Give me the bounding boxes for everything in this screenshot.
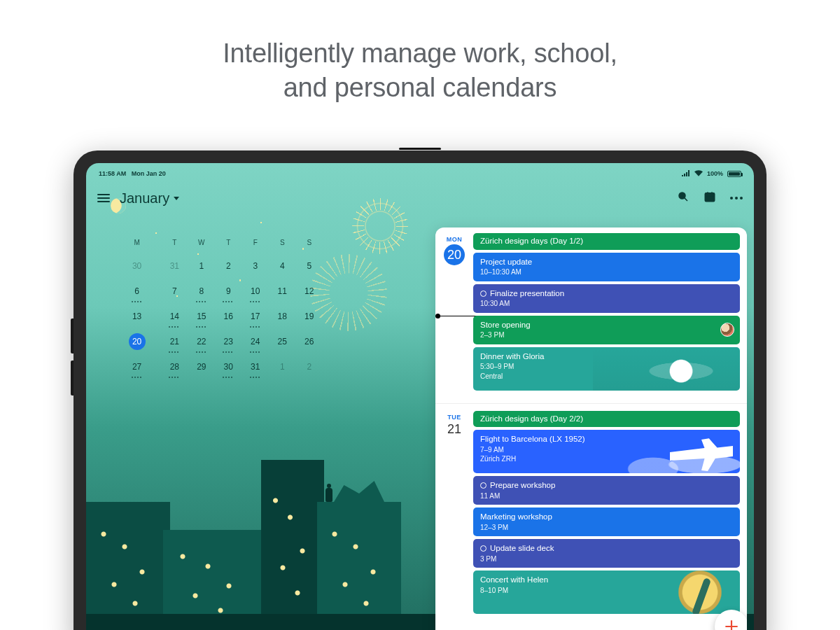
mini-calendar-day[interactable]: 31 bbox=[161, 256, 188, 276]
calendar-event[interactable]: Store opening2–3 PM bbox=[473, 316, 740, 344]
event-title: Project update bbox=[480, 257, 733, 268]
event-time: 8–10 PM bbox=[480, 586, 733, 596]
mini-calendar-day[interactable]: 19 bbox=[295, 307, 323, 326]
mini-calendar-day[interactable]: 8 bbox=[188, 281, 215, 301]
day-number: 20 bbox=[444, 244, 465, 265]
mini-calendar-day[interactable]: 20 bbox=[113, 332, 161, 351]
schedule-panel[interactable]: MON20Zürich design days (Day 1/2)Project… bbox=[435, 227, 747, 630]
weekday-header: M bbox=[113, 239, 161, 251]
today-icon[interactable] bbox=[704, 190, 716, 206]
event-title: Zürich design days (Day 1/2) bbox=[480, 236, 733, 247]
mini-calendar-day[interactable]: 2 bbox=[215, 256, 241, 276]
mini-calendar-day[interactable]: 1 bbox=[269, 357, 295, 377]
mini-calendar-day[interactable]: 27 bbox=[113, 357, 161, 377]
mini-calendar-day[interactable]: 3 bbox=[242, 256, 269, 276]
event-time: 10–10:30 AM bbox=[480, 267, 733, 277]
mini-calendar-day[interactable]: 31 bbox=[242, 357, 269, 377]
status-bar: 11:58 AM Mon Jan 20 100% bbox=[86, 167, 754, 180]
marketing-headline: Intelligently manage work, school, and p… bbox=[0, 0, 840, 106]
event-time: 3 PM bbox=[480, 554, 733, 564]
mini-calendar-day[interactable]: 11 bbox=[269, 281, 295, 301]
reminder-ring-icon bbox=[480, 545, 486, 552]
mini-calendar-day[interactable]: 30 bbox=[215, 357, 241, 377]
svg-rect-2 bbox=[705, 193, 715, 202]
calendar-event[interactable]: Zürich design days (Day 1/2) bbox=[473, 233, 740, 250]
calendar-event[interactable]: Marketing workshop12–3 PM bbox=[473, 507, 740, 536]
mini-calendar-day[interactable]: 14 bbox=[161, 307, 188, 326]
svg-line-1 bbox=[685, 198, 687, 201]
mini-calendar-day[interactable]: 9 bbox=[215, 281, 241, 301]
mini-calendar-day[interactable]: 16 bbox=[215, 307, 241, 326]
battery-percent: 100% bbox=[707, 170, 723, 177]
mini-calendar-day[interactable]: 28 bbox=[161, 357, 188, 377]
calendar-event[interactable]: Prepare workshop11 AM bbox=[473, 476, 740, 505]
mini-calendar-day[interactable]: 6 bbox=[113, 281, 161, 301]
mini-calendar-day[interactable]: 5 bbox=[295, 256, 323, 276]
app-bar: January bbox=[86, 184, 754, 212]
event-title: Dinner with Gloria bbox=[480, 351, 733, 363]
mini-calendar-day[interactable]: 22 bbox=[188, 332, 215, 351]
calendar-event[interactable]: Finalize presentation10:30 AM bbox=[473, 284, 740, 313]
weekday-header: T bbox=[215, 239, 241, 251]
mini-calendar-day[interactable]: 21 bbox=[161, 332, 188, 351]
day-number: 21 bbox=[435, 422, 473, 437]
search-icon[interactable] bbox=[677, 190, 690, 206]
status-right: 100% bbox=[682, 170, 741, 178]
event-title: Update slide deck bbox=[480, 543, 733, 554]
mini-calendar-day[interactable]: 12 bbox=[295, 281, 323, 301]
event-location: Central bbox=[480, 372, 733, 382]
weekday-header: T bbox=[161, 239, 188, 251]
day-header[interactable]: MON20 bbox=[435, 233, 473, 400]
signal-icon bbox=[682, 170, 690, 178]
mini-calendar-day[interactable]: 23 bbox=[215, 332, 241, 351]
mini-calendar-day[interactable]: 4 bbox=[269, 256, 295, 276]
reminder-ring-icon bbox=[480, 290, 486, 297]
event-title: Finalize presentation bbox=[480, 288, 733, 300]
mini-calendar-day[interactable]: 1 bbox=[188, 256, 215, 276]
weekday-header: W bbox=[188, 239, 215, 251]
more-icon[interactable] bbox=[730, 197, 743, 200]
headline-line2: and personal calendars bbox=[28, 71, 812, 105]
event-title: Store opening bbox=[480, 320, 733, 331]
status-left: 11:58 AM Mon Jan 20 bbox=[99, 170, 166, 177]
calendar-event[interactable]: Project update10–10:30 AM bbox=[473, 253, 740, 281]
event-title: Concert with Helen bbox=[480, 575, 733, 586]
tablet-screen: 11:58 AM Mon Jan 20 100% January bbox=[86, 163, 754, 630]
mini-calendar-day[interactable]: 24 bbox=[242, 332, 269, 351]
mini-calendar-day[interactable]: 17 bbox=[242, 307, 269, 326]
month-dropdown[interactable]: January bbox=[120, 190, 179, 206]
mini-calendar[interactable]: MTWTFSS303112345678910111213141516171819… bbox=[113, 233, 323, 382]
day-of-week: MON bbox=[435, 236, 473, 243]
mini-calendar-day[interactable]: 26 bbox=[295, 332, 323, 351]
event-time: 12–3 PM bbox=[480, 523, 733, 533]
event-time: 11 AM bbox=[480, 491, 733, 501]
battery-icon bbox=[727, 171, 741, 177]
calendar-event[interactable]: Zürich design days (Day 2/2) bbox=[473, 411, 740, 428]
calendar-event[interactable]: Flight to Barcelona (LX 1952)7–9 AMZüric… bbox=[473, 430, 740, 473]
mini-calendar-day[interactable]: 15 bbox=[188, 307, 215, 326]
reminder-ring-icon bbox=[480, 482, 486, 489]
status-date: Mon Jan 20 bbox=[132, 170, 166, 177]
event-time: 2–3 PM bbox=[480, 330, 733, 340]
event-time: 5:30–9 PM bbox=[480, 362, 733, 372]
mini-calendar-day[interactable]: 2 bbox=[295, 357, 323, 377]
calendar-event[interactable]: Update slide deck3 PM bbox=[473, 539, 740, 568]
mini-calendar-day[interactable]: 30 bbox=[113, 256, 161, 276]
day-of-week: TUE bbox=[435, 414, 473, 421]
calendar-event[interactable]: Dinner with Gloria5:30–9 PMCentral bbox=[473, 347, 740, 391]
event-time: 10:30 AM bbox=[480, 299, 733, 309]
mini-calendar-day[interactable]: 10 bbox=[242, 281, 269, 301]
day-header[interactable]: TUE21 bbox=[435, 411, 473, 624]
event-location: Zürich ZRH bbox=[480, 454, 733, 464]
chevron-down-icon bbox=[174, 197, 179, 200]
mini-calendar-day[interactable]: 13 bbox=[113, 307, 161, 326]
mini-calendar-day[interactable]: 25 bbox=[269, 332, 295, 351]
calendar-event[interactable]: Concert with Helen8–10 PM bbox=[473, 570, 740, 614]
mini-calendar-day[interactable]: 7 bbox=[161, 281, 188, 301]
menu-icon[interactable] bbox=[97, 194, 110, 202]
weekday-header: F bbox=[242, 239, 269, 251]
event-title: Marketing workshop bbox=[480, 512, 733, 523]
mini-calendar-day[interactable]: 18 bbox=[269, 307, 295, 326]
status-time: 11:58 AM bbox=[99, 170, 126, 177]
mini-calendar-day[interactable]: 29 bbox=[188, 357, 215, 377]
